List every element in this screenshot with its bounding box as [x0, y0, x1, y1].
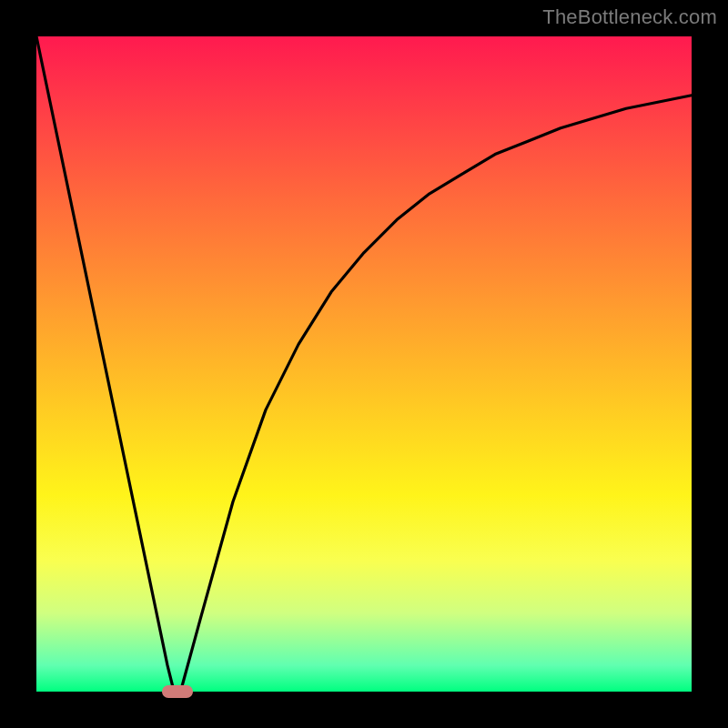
chart-frame: TheBottleneck.com [0, 0, 728, 728]
optimal-point-marker [162, 685, 193, 698]
watermark-text: TheBottleneck.com [542, 5, 717, 29]
bottleneck-curve [36, 36, 692, 692]
plot-area [36, 36, 692, 692]
curve-svg [36, 36, 692, 692]
